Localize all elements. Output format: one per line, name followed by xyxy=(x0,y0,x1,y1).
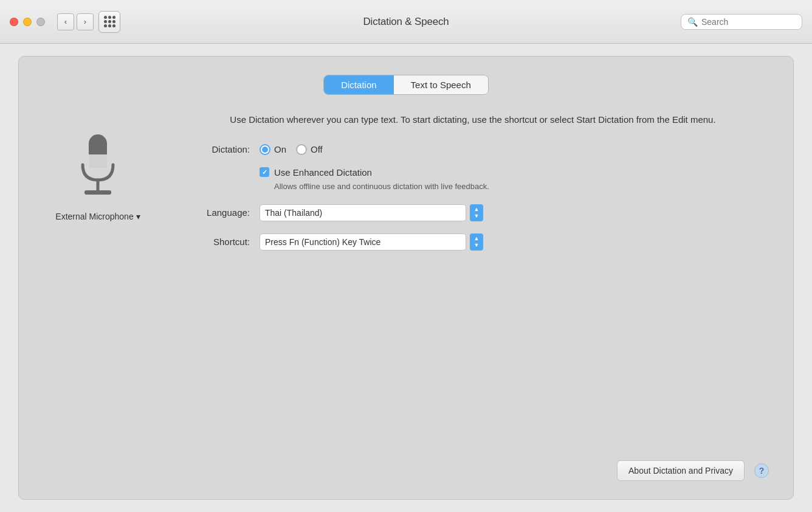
grid-icon xyxy=(104,16,115,27)
enhanced-checkbox[interactable]: ✓ xyxy=(260,167,269,177)
radio-on[interactable]: On xyxy=(260,144,286,155)
tab-dictation[interactable]: Dictation xyxy=(324,75,393,94)
maximize-button[interactable] xyxy=(36,18,45,26)
content-area: External Microphone ▾ Use Dictation wher… xyxy=(43,113,769,263)
search-bar[interactable]: 🔍 xyxy=(681,14,802,30)
svg-rect-4 xyxy=(84,190,111,195)
radio-group: On Off xyxy=(260,144,323,155)
shortcut-row: Shortcut: Press Fn (Function) Key Twice … xyxy=(177,234,769,251)
dictation-row: Dictation: On Off xyxy=(177,144,769,155)
checkmark-icon: ✓ xyxy=(262,168,267,176)
window-title: Dictation & Speech xyxy=(363,16,449,28)
tab-text-to-speech[interactable]: Text to Speech xyxy=(394,75,488,94)
radio-off-button[interactable] xyxy=(296,144,307,155)
dictation-label: Dictation: xyxy=(177,144,250,154)
traffic-lights xyxy=(10,18,45,26)
grid-button[interactable] xyxy=(98,11,120,33)
forward-button[interactable]: › xyxy=(77,13,94,30)
shortcut-dropdown[interactable]: Press Fn (Function) Key Twice xyxy=(260,234,466,251)
radio-on-indicator xyxy=(262,147,268,153)
close-button[interactable] xyxy=(10,18,18,26)
settings-area: Use Dictation wherever you can type text… xyxy=(177,113,769,263)
bottom-section: About Dictation and Privacy ? xyxy=(617,460,769,481)
minimize-button[interactable] xyxy=(23,18,32,26)
enhanced-label: Use Enhanced Dictation xyxy=(274,167,372,178)
radio-on-button[interactable] xyxy=(260,144,270,155)
title-bar: ‹ › Dictation & Speech 🔍 xyxy=(0,0,812,44)
microphone-section: External Microphone ▾ xyxy=(43,125,153,221)
svg-rect-2 xyxy=(89,161,107,168)
radio-off[interactable]: Off xyxy=(296,144,323,155)
shortcut-dropdown-wrapper: Press Fn (Function) Key Twice ▲ ▼ xyxy=(260,234,483,251)
tabs: Dictation Text to Speech xyxy=(43,75,769,95)
language-row: Language: Thai (Thailand) ▲ ▼ xyxy=(177,204,769,221)
enhanced-description: Allows offline use and continuous dictat… xyxy=(274,181,769,192)
tab-container: Dictation Text to Speech xyxy=(323,75,489,95)
enhanced-checkbox-row: ✓ Use Enhanced Dictation xyxy=(260,167,769,178)
microphone-label[interactable]: External Microphone ▾ xyxy=(55,212,140,221)
description-text: Use Dictation wherever you can type text… xyxy=(177,113,769,127)
main-content: Dictation Text to Speech xyxy=(0,44,812,512)
about-button[interactable]: About Dictation and Privacy xyxy=(617,460,745,481)
nav-buttons: ‹ › xyxy=(57,13,94,30)
back-button[interactable]: ‹ xyxy=(57,13,74,30)
shortcut-dropdown-arrows[interactable]: ▲ ▼ xyxy=(470,234,483,251)
panel: Dictation Text to Speech xyxy=(18,56,794,500)
language-dropdown-wrapper: Thai (Thailand) ▲ ▼ xyxy=(260,204,483,221)
microphone-icon xyxy=(67,125,128,204)
help-button[interactable]: ? xyxy=(754,463,769,478)
shortcut-label: Shortcut: xyxy=(177,237,250,247)
enhanced-section: ✓ Use Enhanced Dictation Allows offline … xyxy=(260,167,769,192)
search-input[interactable] xyxy=(701,17,796,27)
language-dropdown-arrows[interactable]: ▲ ▼ xyxy=(470,204,483,221)
search-icon: 🔍 xyxy=(687,17,698,27)
language-label: Language: xyxy=(177,207,250,218)
language-dropdown[interactable]: Thai (Thailand) xyxy=(260,204,466,221)
